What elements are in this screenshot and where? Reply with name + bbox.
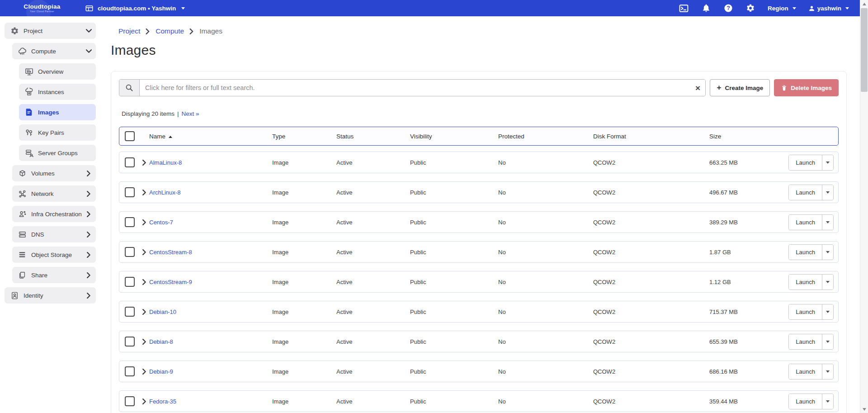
cell-disk-format: QCOW2 <box>593 368 709 375</box>
row-expand-chevron-icon[interactable] <box>139 249 149 255</box>
image-name-link[interactable]: Debian-8 <box>149 338 272 345</box>
column-header-size[interactable]: Size <box>709 133 782 140</box>
scroll-down-arrow[interactable] <box>860 405 868 413</box>
help-icon[interactable]: ? <box>723 3 733 13</box>
row-checkbox[interactable] <box>125 247 135 257</box>
settings-gear-icon[interactable] <box>745 3 755 13</box>
sidebar-item-share[interactable]: Share <box>12 267 96 283</box>
row-checkbox[interactable] <box>125 307 135 317</box>
project-gear-icon <box>10 26 19 35</box>
sidebar-item-key-pairs[interactable]: Key Pairs <box>19 124 96 141</box>
user-menu-dropdown[interactable]: yashwin <box>808 5 849 12</box>
page-title: Images <box>111 43 847 58</box>
next-page-link[interactable]: Next » <box>182 110 199 117</box>
column-header-type[interactable]: Type <box>272 133 336 140</box>
image-name-link[interactable]: AlmaLinux-8 <box>149 159 272 166</box>
project-context-dropdown[interactable]: cloudtopiaa.com • Yashwin <box>84 3 185 13</box>
column-header-disk-format[interactable]: Disk Format <box>593 133 709 140</box>
row-expand-chevron-icon[interactable] <box>139 160 149 166</box>
launch-dropdown-caret[interactable] <box>822 155 833 170</box>
sidebar-item-overview[interactable]: Overview <box>19 63 96 80</box>
image-name-link[interactable]: Debian-10 <box>149 309 272 315</box>
cell-status: Active <box>336 309 410 315</box>
column-header-protected[interactable]: Protected <box>498 133 593 140</box>
launch-button[interactable]: Launch <box>789 334 822 349</box>
sidebar-item-object-storage[interactable]: Object Storage <box>12 247 96 263</box>
row-expand-chevron-icon[interactable] <box>139 369 149 375</box>
delete-images-button[interactable]: Delete Images <box>774 79 839 96</box>
scroll-up-arrow[interactable] <box>860 0 868 8</box>
launch-dropdown-caret[interactable] <box>822 394 833 409</box>
sidebar-item-label: Infra Orchestration <box>31 211 86 218</box>
launch-dropdown-caret[interactable] <box>822 304 833 319</box>
cell-visibility: Public <box>410 249 498 256</box>
chevron-right-icon <box>86 252 91 257</box>
launch-button[interactable]: Launch <box>789 394 822 409</box>
image-name-link[interactable]: Fedora-35 <box>149 398 272 405</box>
row-expand-chevron-icon[interactable] <box>139 279 149 285</box>
search-icon[interactable] <box>119 80 140 96</box>
sidebar-item-project[interactable]: Project <box>5 23 96 39</box>
search-clear-button[interactable]: × <box>690 80 705 96</box>
row-checkbox[interactable] <box>125 157 135 167</box>
column-header-status[interactable]: Status <box>336 133 410 140</box>
row-checkbox[interactable] <box>125 277 135 287</box>
sidebar-item-identity[interactable]: Identity <box>5 287 96 304</box>
chevron-right-icon <box>86 191 91 196</box>
row-checkbox[interactable] <box>125 217 135 227</box>
launch-dropdown-caret[interactable] <box>822 245 833 260</box>
sidebar-item-volumes[interactable]: Volumes <box>12 165 96 181</box>
scrollbar-thumb[interactable] <box>861 8 868 92</box>
launch-button[interactable]: Launch <box>789 275 822 290</box>
table-row-centosstream-9: CentosStream-9ImageActivePublicNoQCOW21.… <box>119 271 839 293</box>
row-expand-chevron-icon[interactable] <box>139 399 149 404</box>
notifications-bell-icon[interactable] <box>701 3 711 13</box>
console-icon[interactable] <box>679 3 689 13</box>
region-dropdown[interactable]: Region <box>768 5 796 12</box>
cell-protected: No <box>498 249 593 256</box>
sidebar-item-server-groups[interactable]: Server Groups <box>19 145 96 161</box>
row-expand-chevron-icon[interactable] <box>139 190 149 195</box>
row-expand-chevron-icon[interactable] <box>139 219 149 225</box>
launch-button[interactable]: Launch <box>789 304 822 319</box>
launch-button[interactable]: Launch <box>789 245 822 260</box>
column-header-visibility[interactable]: Visibility <box>410 133 498 140</box>
row-expand-chevron-icon[interactable] <box>139 339 149 345</box>
column-header-name[interactable]: Name <box>149 133 272 140</box>
row-checkbox[interactable] <box>125 337 135 347</box>
row-expand-chevron-icon[interactable] <box>139 309 149 315</box>
image-name-link[interactable]: Debian-9 <box>149 368 272 375</box>
sidebar-item-instances[interactable]: Instances <box>19 84 96 100</box>
cell-visibility: Public <box>410 159 498 166</box>
vertical-scrollbar[interactable] <box>860 0 868 413</box>
image-name-link[interactable]: CentosStream-9 <box>149 279 272 285</box>
sidebar-item-images[interactable]: Images <box>19 104 96 120</box>
row-checkbox[interactable] <box>125 366 135 376</box>
image-name-link[interactable]: Centos-7 <box>149 219 272 226</box>
select-all-checkbox[interactable] <box>125 131 135 141</box>
sidebar-item-network[interactable]: Network <box>12 185 96 202</box>
launch-dropdown-caret[interactable] <box>822 215 833 230</box>
image-name-link[interactable]: CentosStream-8 <box>149 249 272 256</box>
row-checkbox[interactable] <box>125 396 135 406</box>
cell-disk-format: QCOW2 <box>593 279 709 285</box>
launch-dropdown-caret[interactable] <box>822 185 833 200</box>
toolbar: × + Create Image Delete Images <box>119 79 839 96</box>
image-name-link[interactable]: ArchLinux-8 <box>149 189 272 196</box>
launch-button[interactable]: Launch <box>789 185 822 200</box>
sidebar-item-dns[interactable]: DNS <box>12 226 96 242</box>
launch-button[interactable]: Launch <box>789 364 822 379</box>
row-checkbox[interactable] <box>125 187 135 197</box>
breadcrumb-compute[interactable]: Compute <box>156 27 184 35</box>
brand-logo[interactable]: Cloudtopiaa Your Cloud Partner <box>0 4 84 13</box>
launch-dropdown-caret[interactable] <box>822 275 833 290</box>
sidebar-item-infra-orchestration[interactable]: Infra Orchestration <box>12 206 96 222</box>
launch-dropdown-caret[interactable] <box>822 364 833 379</box>
launch-button[interactable]: Launch <box>789 155 822 170</box>
search-input[interactable] <box>140 80 690 96</box>
launch-button[interactable]: Launch <box>789 215 822 230</box>
launch-dropdown-caret[interactable] <box>822 334 833 349</box>
create-image-button[interactable]: + Create Image <box>710 79 770 96</box>
sidebar-item-compute[interactable]: Compute <box>12 43 96 59</box>
breadcrumb-project[interactable]: Project <box>118 27 140 35</box>
